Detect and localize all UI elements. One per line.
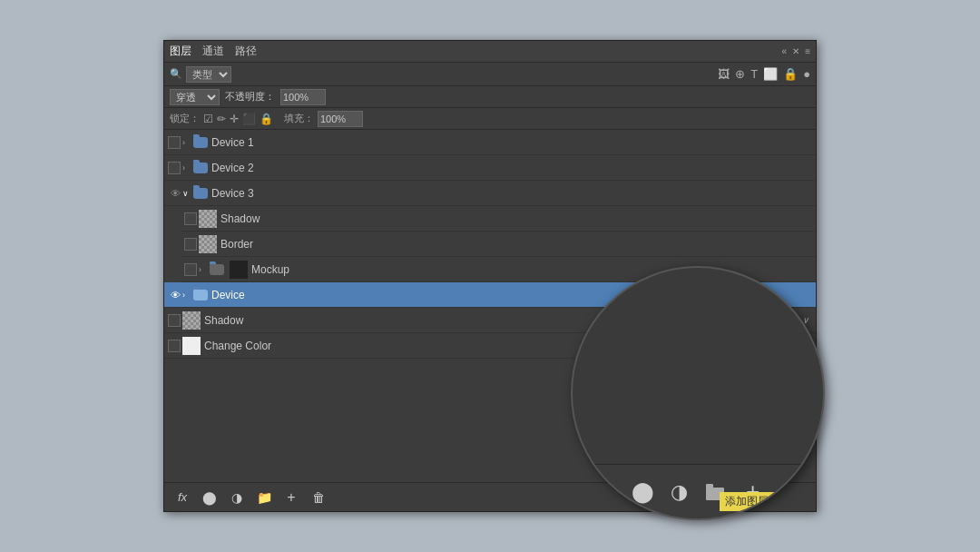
filter-type-select[interactable]: 类型 [186,66,231,83]
add-layer-style-button[interactable]: ⬤ [197,487,222,508]
layers-panel: 图层 通道 路径 « ✕ ≡ 🔍 类型 🖼 ⊕ T ⬜ 🔒 ● 穿透 不透明度： [163,40,817,512]
visibility-checkbox[interactable] [168,314,181,327]
opacity-input[interactable] [280,89,326,105]
layer-row[interactable]: 👁 ∨ Device 3 [164,181,816,206]
expand-arrow-icon[interactable]: ∨ [182,189,193,198]
layer-thumbnail [182,337,201,355]
tab-channels[interactable]: 通道 [202,44,224,59]
layer-row[interactable]: Border [181,232,816,257]
layer-name: Shadow [220,212,812,225]
layer-name: Device 3 [211,187,812,200]
toolbar3: 锁定： ☑ ✏ ✛ ⬛ 🔒 填充： [164,108,816,130]
collapse-icon[interactable]: « [782,46,788,56]
menu-icon[interactable]: ≡ [805,46,810,56]
folder-icon [193,137,208,148]
opacity-label: 不透明度： [225,90,275,104]
image-filter-icon[interactable]: 🖼 [718,67,730,81]
close-icon[interactable]: ✕ [792,46,799,56]
new-layer-button[interactable]: + [279,487,304,508]
fill-label: 填充： [284,112,314,125]
toolbar2: 穿透 不透明度： [164,86,816,108]
toolbar1-icons: 🖼 ⊕ T ⬜ 🔒 ● [718,67,810,81]
layer-thumbnail [199,210,217,228]
lock-move-icon[interactable]: ✛ [230,113,239,125]
folder-icon [193,290,208,301]
layer-name: Device 1 [211,136,812,149]
lock-label: 锁定： [170,112,200,125]
title-icons: « ✕ ≡ [782,46,810,56]
text-filter-icon[interactable]: T [750,67,758,81]
lock-all-icon[interactable]: 🔒 [260,113,273,125]
svg-rect-1 [706,484,713,488]
toolbar1: 🔍 类型 🖼 ⊕ T ⬜ 🔒 ● [164,63,816,86]
folder-icon [193,188,208,199]
expand-arrow-icon[interactable]: › [182,163,193,172]
title-bar: 图层 通道 路径 « ✕ ≡ [164,41,816,63]
search-icon: 🔍 [170,68,182,80]
dot-filter-icon[interactable]: ● [803,67,810,81]
blend-mode-select[interactable]: 穿透 [170,89,220,105]
layer-row[interactable]: › Device 2 [164,155,816,181]
layer-row[interactable]: Shadow [181,206,816,232]
lock-filter-icon[interactable]: 🔒 [783,67,798,81]
mag-mask-button[interactable]: ◑ [664,475,695,509]
visibility-checkbox[interactable] [184,263,197,276]
layer-thumbnail [199,235,217,253]
tab-layers[interactable]: 图层 [170,44,191,59]
mag-fill-button[interactable]: ⬤ [627,475,658,509]
visibility-checkbox[interactable] [184,238,197,251]
adjustment-filter-icon[interactable]: ⊕ [735,67,745,81]
lock-check-icon[interactable]: ☑ [203,113,213,125]
fx-button[interactable]: fx [170,487,195,508]
layer-name: Border [220,238,812,251]
delete-layer-button[interactable]: 🗑 [306,487,331,508]
visibility-checkbox[interactable] [168,340,181,352]
visibility-eye-icon[interactable]: 👁 [168,288,182,302]
layer-name: Device 2 [211,162,812,174]
tooltip-add-layer-mask: 添加图层蒙版 [720,492,796,511]
visibility-checkbox[interactable] [168,162,181,174]
new-group-button[interactable]: 📁 [251,487,277,508]
folder-icon [193,163,208,173]
expand-arrow-icon[interactable]: › [182,138,193,147]
layer-row[interactable]: › Device 1 [164,130,816,155]
folder-icon [210,264,224,275]
mag-fx-button[interactable]: fx [591,475,622,509]
magnify-overlay: fx ⬤ ◑ + 🗑 添加图层蒙版 [571,266,825,520]
visibility-checkbox[interactable] [184,212,197,225]
shape-filter-icon[interactable]: ⬜ [763,67,778,81]
lock-brush-icon[interactable]: ✏ [217,113,226,125]
layer-thumbnail [230,261,248,279]
layer-thumbnail [182,311,201,330]
lock-artboard-icon[interactable]: ⬛ [242,113,256,125]
visibility-eye-icon[interactable]: 👁 [168,186,182,201]
expand-arrow-icon[interactable]: › [199,265,210,274]
fill-input[interactable] [318,111,363,127]
expand-arrow-icon[interactable]: › [182,291,193,300]
add-layer-mask-button[interactable]: ◑ [224,487,250,508]
visibility-checkbox[interactable] [168,136,181,149]
title-tabs: 图层 通道 路径 [170,44,257,59]
tab-paths[interactable]: 路径 [235,44,257,59]
